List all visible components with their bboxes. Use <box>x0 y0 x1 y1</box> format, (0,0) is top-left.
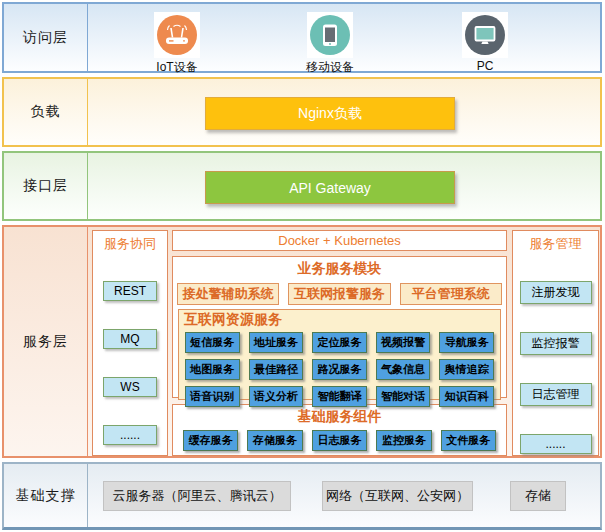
infrastructure-row: 基础支撑 云服务器（阿里云、腾讯云） 网络（互联网、公安网） 存储 <box>2 462 602 530</box>
infrastructure-button-row: 云服务器（阿里云、腾讯云） 网络（互联网、公安网） 存储 <box>88 464 600 527</box>
service-collaboration-title: 服务协同 <box>93 231 167 253</box>
load-layer-label: 负载 <box>4 79 88 145</box>
network-box: 网络（互联网、公安网） <box>322 481 473 511</box>
device-list: IoT设备 移动设备 <box>88 4 600 71</box>
infrastructure-label: 基础支撑 <box>4 464 88 527</box>
interface-layer-label: 接口层 <box>4 153 88 219</box>
mgmt-log-management-box: 日志管理 <box>520 383 592 406</box>
business-service-module-box: 业务服务模块 接处警辅助系统 互联网报警服务 平台管理系统 互联网资源服务 短信… <box>172 256 507 398</box>
mgmt-monitor-alarm-box: 监控报警 <box>520 332 592 355</box>
device-pc-label: PC <box>477 59 494 73</box>
service-box-video-alarm: 视频报警 <box>376 332 431 353</box>
system-box-alarm-assist: 接处警辅助系统 <box>177 283 279 305</box>
access-layer-row: 访问层 <box>2 2 602 73</box>
load-layer-content: Nginx负载 <box>88 79 600 145</box>
device-mobile-label: 移动设备 <box>306 59 354 76</box>
service-box-sms: 短信服务 <box>185 332 240 353</box>
service-box-navigation: 导航服务 <box>439 332 494 353</box>
service-box-traffic: 路况服务 <box>312 359 367 380</box>
system-box-internet-alarm: 互联网报警服务 <box>288 283 390 305</box>
infrastructure-content: 云服务器（阿里云、腾讯云） 网络（互联网、公安网） 存储 <box>88 464 600 527</box>
load-layer-row: 负载 Nginx负载 <box>2 77 602 147</box>
internet-resource-service-panel: 互联网资源服务 短信服务 地址服务 定位服务 视频报警 导航服务 地图服务 最佳… <box>178 309 501 400</box>
internet-service-grid: 短信服务 地址服务 定位服务 视频报警 导航服务 地图服务 最佳路径 路况服务 … <box>185 332 494 407</box>
service-management-panel: 服务管理 注册发现 监控报警 日志管理 ...... <box>512 230 599 456</box>
service-box-best-route: 最佳路径 <box>249 359 304 380</box>
device-iot-label: IoT设备 <box>156 59 197 76</box>
tablet-icon <box>307 12 353 58</box>
device-iot: IoT设备 <box>137 12 217 76</box>
service-box-dialogue: 智能对话 <box>376 386 431 407</box>
service-box-weather: 气象信息 <box>376 359 431 380</box>
device-mobile: 移动设备 <box>290 12 370 76</box>
cloud-server-box: 云服务器（阿里云、腾讯云） <box>103 481 291 511</box>
router-icon <box>154 12 200 58</box>
interface-layer-content: API Gateway <box>88 153 600 219</box>
component-box-cache: 缓存服务 <box>183 430 238 451</box>
service-box-semantic: 语义分析 <box>249 386 304 407</box>
storage-box: 存储 <box>510 481 566 511</box>
basic-components-row: 缓存服务 存储服务 日志服务 监控服务 文件服务 <box>183 430 496 451</box>
access-layer-label: 访问层 <box>4 4 88 71</box>
protocol-more-box: ...... <box>103 425 157 445</box>
service-collaboration-panel: 服务协同 REST MQ WS ...... <box>92 230 168 456</box>
service-layer-label: 服务层 <box>4 227 88 456</box>
business-systems-row: 接处警辅助系统 互联网报警服务 平台管理系统 <box>177 283 502 305</box>
component-box-monitor: 监控服务 <box>376 430 431 451</box>
system-box-platform-mgmt: 平台管理系统 <box>400 283 502 305</box>
nginx-load-box: Nginx负载 <box>205 97 455 130</box>
mgmt-register-discovery-box: 注册发现 <box>520 281 592 304</box>
service-box-location: 定位服务 <box>312 332 367 353</box>
business-service-module-title: 业务服务模块 <box>173 257 506 278</box>
service-management-title: 服务管理 <box>513 231 598 253</box>
basic-components-title: 基础服务组件 <box>173 405 506 426</box>
component-box-log: 日志服务 <box>312 430 367 451</box>
internet-resource-service-title: 互联网资源服务 <box>179 310 500 329</box>
service-layer-row: 服务层 服务协同 REST MQ WS ...... Docker + Kube… <box>2 225 602 458</box>
basic-components-box: 基础服务组件 缓存服务 存储服务 日志服务 监控服务 文件服务 <box>172 404 507 456</box>
protocol-rest-box: REST <box>103 281 157 301</box>
service-box-sentiment: 舆情追踪 <box>439 359 494 380</box>
service-box-encyclopedia: 知识百科 <box>439 386 494 407</box>
component-box-storage: 存储服务 <box>247 430 302 451</box>
protocol-mq-box: MQ <box>103 329 157 349</box>
service-box-map: 地图服务 <box>185 359 240 380</box>
service-box-translate: 智能翻译 <box>312 386 367 407</box>
access-layer-content: IoT设备 移动设备 <box>88 4 600 71</box>
service-box-speech: 语音识别 <box>185 386 240 407</box>
service-main-column: Docker + Kubernetes 业务服务模块 接处警辅助系统 互联网报警… <box>172 230 507 456</box>
architecture-diagram: 访问层 <box>0 0 605 532</box>
protocol-ws-box: WS <box>103 377 157 397</box>
monitor-icon <box>462 12 508 58</box>
mgmt-more-box: ...... <box>520 434 592 454</box>
interface-layer-row: 接口层 API Gateway <box>2 151 602 221</box>
docker-kubernetes-bar: Docker + Kubernetes <box>172 230 507 251</box>
component-box-file: 文件服务 <box>441 430 496 451</box>
device-pc: PC <box>445 12 525 73</box>
api-gateway-box: API Gateway <box>205 171 455 204</box>
service-layer-content: 服务协同 REST MQ WS ...... Docker + Kubernet… <box>88 227 600 456</box>
service-box-address: 地址服务 <box>249 332 304 353</box>
